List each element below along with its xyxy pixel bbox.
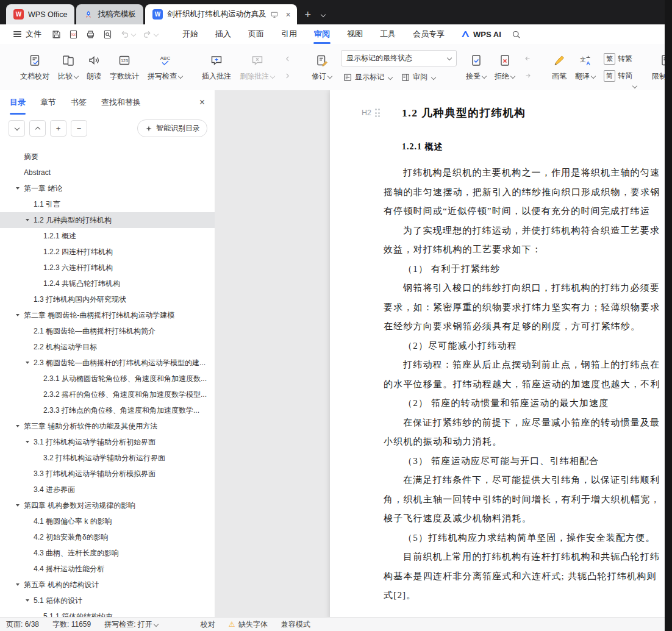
- toc-item[interactable]: 1.2.1 概述: [0, 228, 215, 244]
- toc-item[interactable]: 2.2 机构运动学目标: [0, 339, 215, 355]
- toc-item[interactable]: 第一章 绪论: [0, 180, 215, 196]
- tab-list-chevron-icon[interactable]: [321, 12, 326, 16]
- toc-item[interactable]: 5.1.1 箱体的结构约束: [0, 608, 215, 618]
- reject-revision-button[interactable]: 拒绝: [490, 51, 519, 84]
- wps-ai-button[interactable]: WPS AI: [460, 29, 501, 39]
- caret-down-icon[interactable]: [26, 599, 29, 602]
- heading-drag-handle[interactable]: H2: [362, 109, 380, 117]
- caret-down-icon[interactable]: [16, 187, 20, 190]
- track-changes-button[interactable]: 修订: [307, 51, 336, 84]
- caret-down-icon[interactable]: [26, 441, 29, 443]
- toc-item[interactable]: 1.3 打纬机构国内外研究现状: [0, 291, 215, 307]
- collapse-up-button[interactable]: [29, 120, 46, 137]
- menu-tab[interactable]: 工具: [371, 24, 404, 44]
- close-sidebar-icon[interactable]: ×: [199, 97, 205, 108]
- expand-all-button[interactable]: +: [50, 120, 66, 137]
- doc-proofread-button[interactable]: 文档校对: [16, 51, 54, 84]
- print-button[interactable]: [83, 27, 98, 41]
- toc-item[interactable]: 3.3 打纬机构运动学辅助分析模拟界面: [0, 466, 215, 482]
- doc-line: 打纬机构是织机的主要机构之一，作用是将织机主轴的匀速: [384, 163, 672, 183]
- doc-proofread-icon: [28, 53, 41, 68]
- toc-item[interactable]: 2.3.3 打纬点的角位移、角速度和角加速度数学...: [0, 402, 215, 418]
- collapse-ribbon-icon[interactable]: [632, 84, 637, 88]
- caret-down-icon[interactable]: [16, 314, 20, 316]
- toc-item[interactable]: Abstract: [0, 165, 215, 180]
- toc-item[interactable]: 2.3.2 摇杆的角位移、角速度和角加速度数学模型...: [0, 387, 215, 402]
- collapse-all-button[interactable]: −: [71, 120, 87, 137]
- compare-button[interactable]: 比较: [54, 51, 82, 84]
- toc-item[interactable]: 2.3.1 从动椭圆齿轮角位移、角速度和角加速度数...: [0, 371, 215, 387]
- review-pane-button[interactable]: 审阅: [399, 70, 437, 85]
- caret-down-icon[interactable]: [16, 504, 20, 507]
- toc-item[interactable]: 1.2 几种典型的打纬机构: [0, 212, 215, 228]
- toc-item[interactable]: 3.4 进步界面: [0, 482, 215, 497]
- toc-item[interactable]: 5.1 箱体的设计: [0, 593, 215, 608]
- accept-label: 接受: [466, 71, 481, 82]
- toc-item[interactable]: 1.2.3 六连杆打纬机构: [0, 260, 215, 276]
- caret-down-icon[interactable]: [16, 583, 20, 586]
- translate-button[interactable]: 文A 翻译: [571, 51, 599, 84]
- pen-button[interactable]: 画笔: [548, 51, 571, 84]
- to-traditional-button[interactable]: 繁 转繁: [602, 51, 634, 66]
- toc-item[interactable]: 4.3 曲柄、连杆长度的影响: [0, 545, 215, 561]
- missing-font-warning[interactable]: ⚠缺失字体: [229, 619, 268, 630]
- search-button[interactable]: [511, 29, 521, 40]
- menu-tab[interactable]: 开始: [174, 24, 207, 44]
- sidebar-tab-chapters[interactable]: 章节: [40, 90, 56, 115]
- new-tab-button[interactable]: +: [305, 9, 312, 20]
- menu-tab[interactable]: 会员专享: [404, 24, 453, 44]
- sidebar-tab-find-replace[interactable]: 查找和替换: [101, 90, 141, 115]
- caret-down-icon[interactable]: [26, 219, 29, 221]
- smart-toc-button[interactable]: 智能识别目录: [137, 119, 207, 137]
- caret-down-icon[interactable]: [16, 425, 20, 427]
- page-indicator[interactable]: 页面: 6/38: [6, 619, 39, 630]
- tab-document-active[interactable]: W 剑杆织机打纬机构运动仿真及 ×: [145, 4, 297, 24]
- insert-comment-button[interactable]: 插入批注: [198, 51, 235, 84]
- menu-tab[interactable]: 插入: [207, 24, 240, 44]
- tab-template[interactable]: 找稿壳模板: [76, 4, 143, 24]
- spell-check-status-label: 拼写检查: 打开: [104, 619, 152, 630]
- toc-item[interactable]: 第三章 辅助分析软件的功能及其使用方法: [0, 418, 215, 434]
- toc-item[interactable]: 1.1 引言: [0, 196, 215, 212]
- accept-revision-button[interactable]: 接受: [462, 51, 490, 84]
- toc-item[interactable]: 3.2 打纬机构运动学辅助分析运行界面: [0, 450, 215, 466]
- wps-ai-label: WPS AI: [473, 30, 501, 39]
- close-tab-icon[interactable]: ×: [284, 10, 291, 20]
- print-preview-button[interactable]: [100, 27, 115, 41]
- caret-down-icon[interactable]: [26, 362, 29, 364]
- read-aloud-button[interactable]: 朗读: [82, 51, 105, 84]
- toc-item[interactable]: 3.1 打纬机构运动学辅助分析初始界面: [0, 434, 215, 450]
- toc-item[interactable]: 摘要: [0, 149, 215, 165]
- toc-item[interactable]: 2.1 椭圆齿轮—曲柄摇杆打纬机构简介: [0, 323, 215, 339]
- menu-tab[interactable]: 页面: [240, 24, 273, 44]
- word-count-button[interactable]: 123 字数统计: [105, 51, 143, 84]
- export-pdf-button[interactable]: PDF: [66, 27, 81, 41]
- save-button[interactable]: [49, 27, 64, 41]
- toc-item[interactable]: 第二章 椭圆齿轮-曲柄摇杆打纬机构运动学建模: [0, 307, 215, 323]
- proofread-status[interactable]: 校对: [201, 619, 215, 630]
- show-markup-button[interactable]: 显示标记: [341, 70, 394, 85]
- menu-tab[interactable]: 审阅: [306, 24, 338, 44]
- toc-item[interactable]: 第五章 机构的结构设计: [0, 577, 215, 593]
- toc-item[interactable]: 2.3 椭圆齿轮—曲柄摇杆的打纬机构运动学模型的建...: [0, 355, 215, 371]
- word-count-indicator[interactable]: 字数: 11659: [52, 619, 91, 630]
- markup-state-select[interactable]: 显示标记的最终状态: [341, 50, 457, 66]
- to-simplified-button[interactable]: 简 转简: [602, 68, 634, 83]
- spell-check-status[interactable]: 拼写检查: 打开: [104, 619, 158, 630]
- toc-item[interactable]: 1.2.4 共轭凸轮打纬机构: [0, 276, 215, 291]
- toc-item[interactable]: 第四章 机构参数对运动规律的影响: [0, 497, 215, 513]
- menu-tab[interactable]: 引用: [273, 24, 306, 44]
- file-menu-button[interactable]: 文件: [9, 24, 46, 44]
- spell-check-label: 拼写检查: [148, 71, 177, 82]
- spell-check-button[interactable]: ABC 拼写检查: [143, 51, 187, 84]
- expand-down-button[interactable]: [9, 120, 25, 137]
- sidebar-tab-toc[interactable]: 目录: [10, 90, 26, 115]
- document-page[interactable]: H2 1.2 几种典型的打纬机构 1.2.1 概述 打纬机构是织机的主要机构之一…: [330, 90, 672, 618]
- toc-item[interactable]: 4.1 椭圆偏心率 k 的影响: [0, 513, 215, 529]
- tab-wps-office[interactable]: W WPS Office: [6, 4, 74, 24]
- sidebar-tab-bookmarks[interactable]: 书签: [71, 90, 87, 115]
- menu-tab[interactable]: 视图: [338, 24, 371, 44]
- toc-item[interactable]: 4.2 初始安装角δ的影响: [0, 529, 215, 545]
- toc-item[interactable]: 1.2.2 四连杆打纬机构: [0, 244, 215, 260]
- toc-item[interactable]: 4.4 摇杆运动性能分析: [0, 561, 215, 577]
